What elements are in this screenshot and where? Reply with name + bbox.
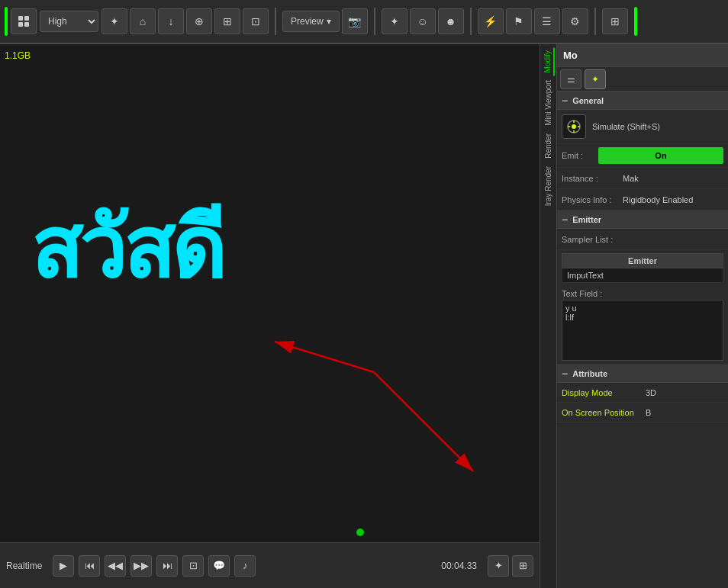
svg-rect-1 bbox=[24, 16, 29, 21]
section-attribute-header: − Attribute bbox=[557, 365, 728, 383]
emit-value-btn[interactable]: On bbox=[598, 147, 723, 164]
right-vtabs-bar: Modify Mini Viewport Render Iray Render bbox=[540, 44, 556, 588]
display-mode-row: Display Mode 3D bbox=[557, 383, 728, 403]
anim-btn1[interactable]: ⚡ bbox=[478, 8, 504, 34]
down-btn[interactable]: ↓ bbox=[158, 8, 184, 34]
on-screen-position-label: On Screen Position bbox=[562, 408, 646, 417]
emitter-row-value: ImputText bbox=[562, 268, 723, 283]
emitter-table-header: Emitter bbox=[562, 254, 723, 268]
toolbar-sep-4 bbox=[594, 8, 596, 35]
mode-label: Realtime bbox=[6, 561, 42, 571]
svg-point-9 bbox=[572, 124, 576, 129]
note-btn[interactable]: ♪ bbox=[234, 555, 256, 577]
instance-label: Instance : bbox=[562, 174, 623, 183]
preview-button[interactable]: Preview ▾ bbox=[282, 11, 340, 32]
display-mode-value: 3D bbox=[646, 388, 656, 397]
vtab-modify[interactable]: Modify bbox=[542, 47, 555, 76]
canvas-area[interactable]: 1.1GB สวัสดี bbox=[0, 44, 540, 542]
move-btn[interactable]: ⊡ bbox=[243, 8, 269, 34]
toolbar-group-extra: ⊞ bbox=[602, 8, 628, 34]
crop-btn[interactable]: ⊞ bbox=[214, 8, 240, 34]
list-btn[interactable]: ☰ bbox=[534, 8, 560, 34]
on-screen-position-value: B bbox=[646, 408, 651, 417]
section-emitter-title: Emitter bbox=[572, 215, 601, 224]
section-emitter-header: − Emitter bbox=[557, 210, 728, 229]
thai-text-display: สวัสดี bbox=[31, 182, 222, 314]
panel-tab-particles[interactable]: ✦ bbox=[585, 69, 606, 89]
bottom-right-buttons: ✦ ⊞ bbox=[488, 555, 533, 577]
right-side: Modify Mini Viewport Render Iray Render … bbox=[540, 44, 728, 588]
green-indicator bbox=[356, 529, 364, 536]
settings-btn[interactable]: ✦ bbox=[488, 555, 509, 577]
green-accent-left bbox=[5, 7, 8, 36]
extra-btn[interactable]: ⊞ bbox=[602, 8, 628, 34]
sampler-list-row: Sampler List : bbox=[557, 229, 728, 250]
viewport: 1.1GB สวัสดี bbox=[0, 44, 540, 588]
panel-tab-sliders[interactable]: ⚌ bbox=[560, 69, 581, 89]
memory-label: 1.1GB bbox=[5, 50, 31, 61]
svg-line-7 bbox=[374, 372, 473, 471]
toolbar-sep-2 bbox=[374, 8, 375, 35]
text-field-line-2: l:lf bbox=[565, 313, 720, 322]
preview-arrow: ▾ bbox=[327, 16, 331, 27]
prev-btn[interactable]: ⏮ bbox=[79, 555, 100, 577]
section-emitter-collapse[interactable]: − bbox=[562, 214, 568, 226]
toolbar: High Low Medium Ultra ✦ ⌂ ↓ ⊕ ⊞ ⊡ Previe… bbox=[0, 0, 728, 44]
toolbar-group-quality: High Low Medium Ultra bbox=[40, 11, 98, 32]
on-screen-position-row: On Screen Position B bbox=[557, 403, 728, 423]
svg-rect-0 bbox=[18, 16, 23, 21]
table-row[interactable]: ImputText bbox=[562, 268, 723, 283]
play-btn[interactable]: ▶ bbox=[53, 555, 74, 577]
display-mode-label: Display Mode bbox=[562, 388, 646, 397]
clip-btn[interactable]: ⊡ bbox=[182, 555, 204, 577]
panel-header: Mo bbox=[557, 44, 728, 67]
physics-label: Physics Info : bbox=[562, 195, 623, 204]
section-general-collapse[interactable]: − bbox=[562, 95, 568, 107]
emitter-table: Emitter ImputText bbox=[562, 253, 723, 283]
gear-btn[interactable]: ⚙ bbox=[562, 8, 588, 34]
text-field-line-1: y u bbox=[565, 304, 720, 313]
toolbar-group-preview: Preview ▾ 📷 bbox=[282, 8, 368, 34]
plus-btn[interactable]: ⊕ bbox=[186, 8, 212, 34]
chat-btn[interactable]: 💬 bbox=[208, 555, 230, 577]
emit-row: Emit : On bbox=[557, 144, 728, 168]
next-btn[interactable]: ⏭ bbox=[156, 555, 178, 577]
section-attribute-title: Attribute bbox=[572, 369, 607, 378]
vtab-mini-viewport[interactable]: Mini Viewport bbox=[543, 77, 554, 129]
text-field-content[interactable]: y u l:lf bbox=[562, 300, 723, 361]
toolbar-group-right: ✦ ☺ ☻ bbox=[382, 8, 464, 34]
people-btn[interactable]: ☻ bbox=[438, 8, 464, 34]
simulate-text: Simulate (Shift+S) bbox=[592, 122, 660, 131]
flag-btn[interactable]: ⚑ bbox=[506, 8, 532, 34]
layout-btn[interactable] bbox=[11, 8, 37, 34]
section-attribute-collapse[interactable]: − bbox=[562, 368, 568, 380]
right-panel: Mo ⚌ ✦ − General bbox=[556, 44, 728, 588]
toolbar-group-tools: ✦ ⌂ ↓ ⊕ ⊞ ⊡ bbox=[101, 8, 269, 34]
timeline-btn[interactable]: ⊞ bbox=[512, 555, 533, 577]
instance-value: Mak bbox=[623, 174, 639, 183]
sampler-list-label: Sampler List : bbox=[562, 235, 623, 244]
text-field-area: Text Field : y u l:lf bbox=[557, 286, 728, 365]
toolbar-sep-3 bbox=[470, 8, 472, 35]
sun-btn[interactable]: ✦ bbox=[101, 8, 127, 34]
toolbar-group-anim: ⚡ ⚑ ☰ ⚙ bbox=[478, 8, 588, 34]
camera-btn[interactable]: 📷 bbox=[342, 8, 368, 34]
instance-row: Instance : Mak bbox=[557, 168, 728, 189]
main-content: 1.1GB สวัสดี bbox=[0, 44, 728, 588]
home-btn[interactable]: ⌂ bbox=[130, 8, 156, 34]
svg-rect-2 bbox=[18, 22, 23, 27]
text-field-label: Text Field : bbox=[562, 289, 723, 298]
svg-line-6 bbox=[275, 342, 374, 372]
vtab-render[interactable]: Render bbox=[543, 130, 554, 162]
person-btn[interactable]: ☺ bbox=[410, 8, 436, 34]
fwd-btn[interactable]: ▶▶ bbox=[130, 555, 152, 577]
timecode: 00:04.33 bbox=[441, 561, 477, 571]
preview-label: Preview bbox=[291, 16, 324, 27]
quality-select[interactable]: High Low Medium Ultra bbox=[40, 11, 98, 32]
vtab-iray-render[interactable]: Iray Render bbox=[543, 163, 554, 209]
panel-tabs: ⚌ ✦ bbox=[557, 67, 728, 92]
toolbar-sep-1 bbox=[275, 8, 276, 35]
back-btn[interactable]: ◀◀ bbox=[105, 555, 126, 577]
sparkle-btn[interactable]: ✦ bbox=[382, 8, 407, 34]
panel-content[interactable]: − General Simu bbox=[557, 92, 728, 588]
